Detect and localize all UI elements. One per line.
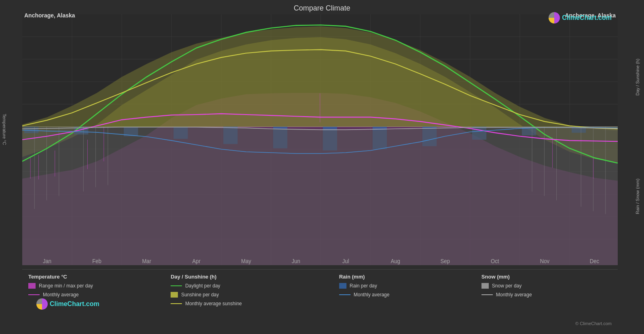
svg-text:Nov: Nov	[540, 258, 550, 264]
logo-text-bottom: ClimeChart.com	[50, 300, 99, 308]
location-label-left: Anchorage, Alaska	[24, 12, 75, 19]
legend-sun-title: Day / Sunshine (h)	[171, 274, 327, 280]
chart-title: Compare Climate	[8, 4, 636, 13]
legend-area: Temperature °C Range min / max per day M…	[22, 269, 618, 332]
legend-rain-bar-label: Rain per day	[350, 283, 377, 289]
svg-text:Apr: Apr	[192, 258, 201, 264]
legend-snow-avg-line	[481, 294, 493, 295]
logo-icon-top	[549, 12, 560, 23]
legend-sunshine-bar: Sunshine per day	[171, 292, 327, 298]
legend-sunshine-swatch	[171, 292, 178, 298]
legend-sun-avg: Monthly average sunshine	[171, 301, 327, 306]
legend-temp-range-label: Range min / max per day	[39, 283, 93, 289]
svg-text:Aug: Aug	[391, 258, 400, 264]
legend-temp-avg-label: Monthly average	[43, 292, 79, 298]
legend-temp-title: Temperature °C	[28, 274, 158, 280]
svg-text:Jan: Jan	[43, 258, 51, 264]
legend-snow-avg-label: Monthly average	[496, 292, 532, 298]
legend-rain-bar: Rain per day	[339, 283, 469, 289]
logo-icon-bottom	[36, 298, 48, 310]
svg-text:Feb: Feb	[92, 258, 101, 264]
legend-rain-avg-label: Monthly average	[354, 292, 390, 298]
legend-sun-avg-label: Monthly average sunshine	[185, 301, 242, 306]
legend-rain-swatch	[339, 283, 346, 289]
legend-snow-avg: Monthly average	[481, 292, 612, 298]
right-axis-sunshine-label: Day / Sunshine (h)	[635, 14, 640, 140]
legend-sunshine: Day / Sunshine (h) Daylight per day Suns…	[165, 274, 333, 332]
legend-sunshine-bar-label: Sunshine per day	[181, 292, 219, 298]
svg-text:Sep: Sep	[441, 258, 450, 264]
left-axis-temp-label: Temperature °C	[2, 14, 7, 245]
legend-daylight-line	[171, 285, 182, 286]
svg-marker-39	[22, 127, 618, 265]
legend-snow-bar: Snow per day	[481, 283, 612, 289]
legend-rain-avg-line	[339, 294, 351, 295]
svg-text:Jun: Jun	[291, 258, 300, 264]
legend-temp-avg: Monthly average	[28, 292, 158, 298]
main-container: Compare Climate Anchorage, Alaska Anchor…	[0, 0, 644, 334]
legend-snow-swatch	[481, 283, 489, 289]
logo-text-top: ClimeChart.com	[562, 14, 612, 21]
svg-text:Oct: Oct	[491, 258, 499, 264]
svg-text:Mar: Mar	[142, 258, 151, 264]
svg-text:May: May	[241, 258, 251, 264]
legend-snow-title: Snow (mm)	[481, 274, 612, 280]
svg-text:Jul: Jul	[342, 258, 349, 264]
legend-rain-title: Rain (mm)	[339, 274, 469, 280]
logo-top-right: ClimeChart.com	[549, 12, 612, 23]
logo-bottom-left: ClimeChart.com	[36, 298, 99, 310]
legend-sun-avg-line	[171, 303, 182, 304]
svg-text:Dec: Dec	[590, 258, 600, 264]
legend-daylight: Daylight per day	[171, 283, 327, 289]
copyright: © ClimeChart.com	[575, 321, 612, 326]
legend-rain-avg: Monthly average	[339, 292, 469, 298]
legend-snow-bar-label: Snow per day	[492, 283, 522, 289]
legend-daylight-label: Daylight per day	[185, 283, 220, 289]
legend-temp-avg-line	[28, 294, 40, 295]
right-axis-rain-snow-label: Rain / Snow (mm)	[635, 140, 640, 253]
legend-rain: Rain (mm) Rain per day Monthly average	[333, 274, 475, 332]
legend-temp-range: Range min / max per day	[28, 283, 158, 289]
legend-temp-range-swatch	[28, 283, 36, 289]
chart-svg: Jan Feb Mar Apr May Jun Jul Aug Sep Oct …	[22, 14, 618, 265]
